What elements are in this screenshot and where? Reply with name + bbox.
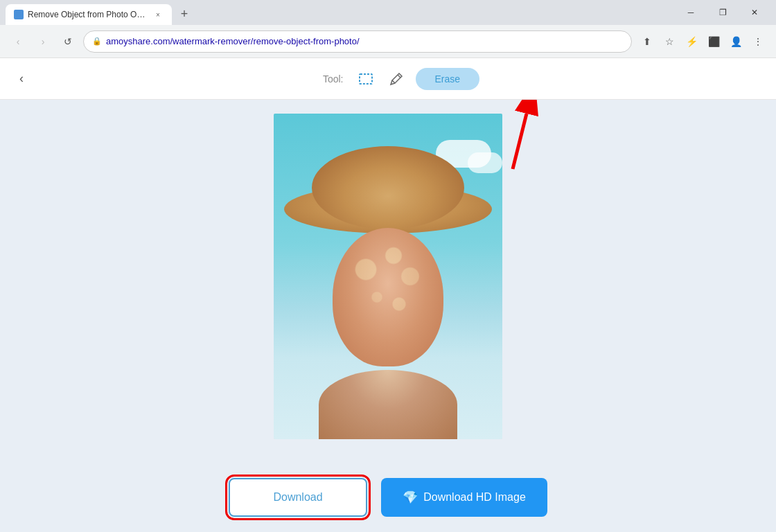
bottom-bar: Download 💎 Download HD Image xyxy=(0,463,776,532)
window-controls: ─ ❐ ✕ xyxy=(675,0,770,25)
hat-top xyxy=(312,146,464,229)
svg-line-1 xyxy=(398,75,400,78)
rectangle-tool-button[interactable] xyxy=(355,68,377,90)
face xyxy=(333,228,443,366)
menu-icon[interactable]: ⋮ xyxy=(748,32,768,51)
title-bar: Remove Object from Photo Onli... × + ─ ❐… xyxy=(0,0,776,25)
photo-canvas[interactable] xyxy=(274,114,502,439)
browser-actions: ⬆ ☆ ⚡ ⬛ 👤 ⋮ xyxy=(637,32,768,51)
download-hd-label: Download HD Image xyxy=(423,491,526,504)
body xyxy=(319,370,457,439)
back-button[interactable]: ‹ xyxy=(8,32,28,51)
svg-rect-0 xyxy=(360,74,372,84)
erase-button[interactable]: Erase xyxy=(416,68,480,90)
tab-label: Remove Object from Photo Onli... xyxy=(28,10,148,19)
minimize-button[interactable]: ─ xyxy=(675,0,707,25)
active-tab[interactable]: Remove Object from Photo Onli... × xyxy=(6,4,172,25)
bookmark-icon[interactable]: ☆ xyxy=(660,32,679,51)
extensions-icon[interactable]: ⚡ xyxy=(682,32,701,51)
app-back-button[interactable]: ‹ xyxy=(14,69,29,89)
close-button[interactable]: ✕ xyxy=(739,0,770,25)
app-toolbar: ‹ Tool: Erase xyxy=(0,58,776,100)
brush-tool-button[interactable] xyxy=(385,68,407,90)
new-tab-button[interactable]: + xyxy=(175,4,194,24)
restore-button[interactable]: ❐ xyxy=(707,0,739,25)
photo-background xyxy=(274,114,502,439)
diamond-icon: 💎 xyxy=(403,490,418,505)
canvas-area xyxy=(0,100,776,463)
profile-icon[interactable]: 👤 xyxy=(726,32,746,51)
download-button[interactable]: Download xyxy=(229,478,367,517)
app-content: ‹ Tool: Erase xyxy=(0,58,776,532)
tab-bar: Remove Object from Photo Onli... × + xyxy=(6,0,194,25)
cloud-2 xyxy=(468,152,502,173)
lock-icon: 🔒 xyxy=(92,37,102,46)
tool-icons: Erase xyxy=(355,68,480,90)
svg-line-3 xyxy=(513,114,527,169)
download-hd-button[interactable]: 💎 Download HD Image xyxy=(381,478,547,517)
tab-close-button[interactable]: × xyxy=(152,9,164,20)
url-bar[interactable]: 🔒 amoyshare.com/watermark-remover/remove… xyxy=(83,30,632,53)
address-bar: ‹ › ↺ 🔒 amoyshare.com/watermark-remover/… xyxy=(0,25,776,58)
share-icon[interactable]: ⬆ xyxy=(637,32,657,51)
dapple-light xyxy=(333,228,443,366)
url-text: amoyshare.com/watermark-remover/remove-o… xyxy=(106,36,623,46)
refresh-button[interactable]: ↺ xyxy=(58,32,78,51)
tab-favicon xyxy=(14,10,24,19)
tool-label: Tool: xyxy=(323,73,344,85)
split-view-icon[interactable]: ⬛ xyxy=(704,32,723,51)
forward-button[interactable]: › xyxy=(33,32,53,51)
browser-frame: Remove Object from Photo Onli... × + ─ ❐… xyxy=(0,0,776,532)
